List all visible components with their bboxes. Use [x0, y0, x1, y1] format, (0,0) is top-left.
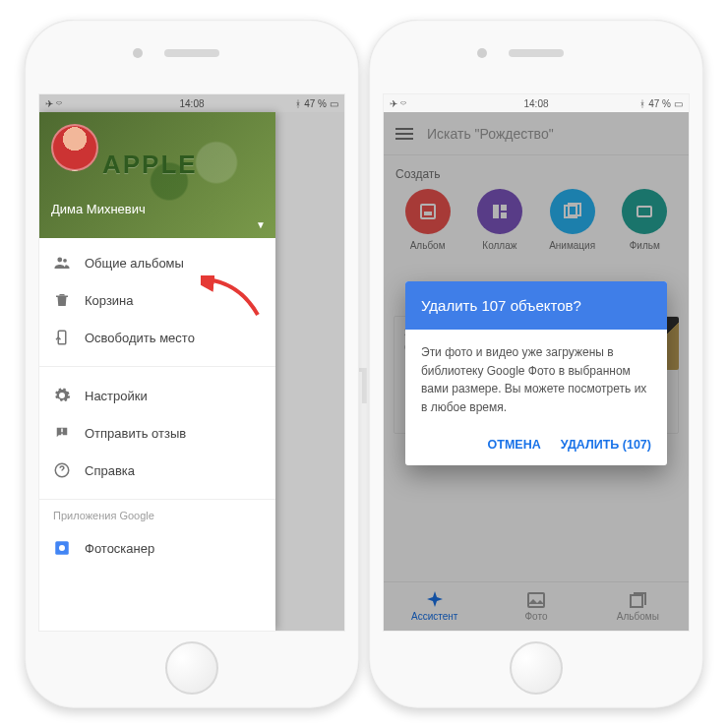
svg-point-6	[59, 545, 65, 551]
menu-label: Корзина	[85, 293, 134, 308]
phone-frame-left: ✈︎⌔ 14:08 ᚼ47 %▭ APPLE Дима Михневич ▼	[25, 20, 359, 708]
svg-rect-3	[58, 331, 66, 344]
gear-icon	[53, 387, 71, 404]
menu-feedback[interactable]: Отправить отзыв	[39, 414, 275, 452]
menu-label: Фотосканер	[85, 541, 154, 556]
dialog-body: Эти фото и видео уже загружены в библиот…	[405, 330, 667, 430]
phone-clear-icon	[53, 329, 71, 346]
trash-icon	[53, 291, 71, 309]
people-icon	[53, 254, 71, 272]
menu-label: Отправить отзыв	[85, 426, 186, 441]
airplane-icon: ✈︎	[390, 98, 397, 109]
menu-photoscan[interactable]: Фотосканер	[39, 529, 275, 567]
help-icon	[53, 461, 71, 479]
menu-label: Общие альбомы	[85, 256, 184, 271]
navigation-drawer: APPLE Дима Михневич ▼ Общие альбомы	[39, 112, 275, 631]
photoscan-icon	[53, 539, 71, 557]
dialog-cancel-button[interactable]: ОТМЕНА	[488, 438, 541, 452]
menu-help[interactable]: Справка	[39, 452, 275, 489]
menu-label: Справка	[85, 463, 135, 478]
drawer-cover-art: APPLE	[102, 150, 198, 180]
battery-icon: ▭	[674, 98, 683, 109]
account-chevron-down-icon[interactable]: ▼	[256, 219, 266, 230]
dialog-confirm-button[interactable]: УДАЛИТЬ (107)	[561, 438, 651, 452]
home-button[interactable]	[165, 641, 218, 695]
svg-point-0	[57, 258, 62, 263]
menu-label: Настройки	[85, 389, 148, 403]
battery-text: 47 %	[648, 98, 671, 109]
menu-settings[interactable]: Настройки	[39, 377, 275, 414]
menu-shared-albums[interactable]: Общие альбомы	[39, 244, 275, 281]
dialog-title: Удалить 107 объектов?	[405, 281, 667, 330]
bluetooth-icon: ᚼ	[639, 98, 645, 109]
menu-free-up-space[interactable]: Освободить место	[39, 319, 275, 356]
menu-trash[interactable]: Корзина	[39, 281, 275, 319]
delete-dialog: Удалить 107 объектов? Эти фото и видео у…	[405, 281, 667, 465]
screen-left: ✈︎⌔ 14:08 ᚼ47 %▭ APPLE Дима Михневич ▼	[38, 93, 345, 632]
svg-rect-2	[56, 296, 68, 298]
wifi-icon: ⌔	[400, 98, 406, 109]
drawer-header[interactable]: APPLE Дима Михневич ▼	[39, 112, 275, 238]
user-name: Дима Михневич	[51, 202, 146, 216]
feedback-icon	[53, 424, 71, 442]
status-time: 14:08	[523, 98, 548, 109]
screen-right: ✈︎⌔ 14:08 ᚼ47 %▭ Искать "Рождество" Созд…	[383, 93, 690, 632]
google-apps-label: Приложения Google	[39, 504, 275, 523]
menu-label: Освободить место	[85, 331, 195, 345]
home-button[interactable]	[510, 641, 563, 695]
phone-frame-right: ✈︎⌔ 14:08 ᚼ47 %▭ Искать "Рождество" Созд…	[369, 20, 703, 708]
status-bar: ✈︎⌔ 14:08 ᚼ47 %▭	[384, 94, 689, 112]
user-avatar[interactable]	[51, 124, 98, 171]
svg-point-1	[63, 259, 67, 263]
